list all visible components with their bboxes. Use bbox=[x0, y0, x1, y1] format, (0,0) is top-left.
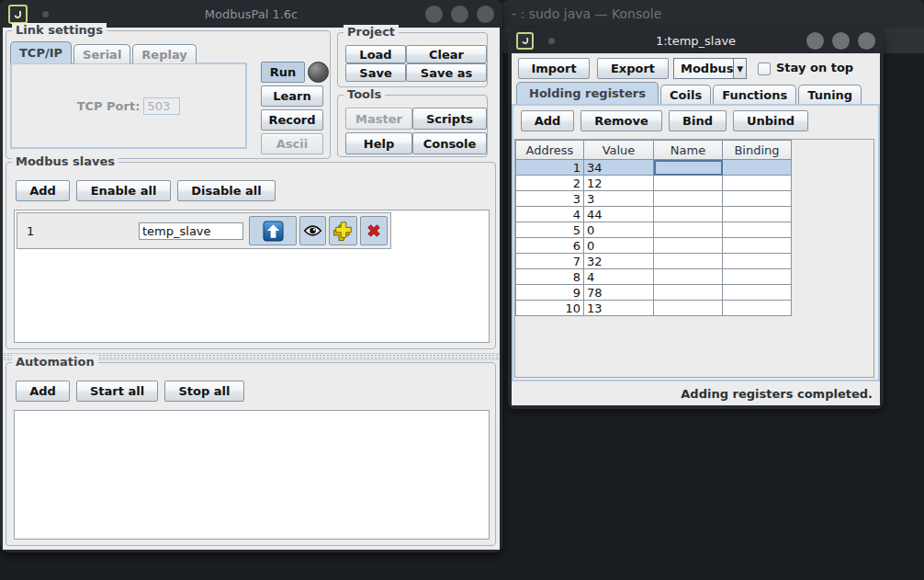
tab-holding-registers[interactable]: Holding registers bbox=[516, 82, 659, 104]
register-cell-binding[interactable] bbox=[723, 285, 792, 301]
register-cell-address[interactable]: 9 bbox=[516, 285, 584, 301]
register-cell-value[interactable]: 13 bbox=[584, 301, 654, 316]
maximize-button[interactable] bbox=[451, 6, 468, 23]
register-cell-address[interactable]: 6 bbox=[516, 238, 584, 254]
register-cell-address[interactable]: 2 bbox=[516, 176, 584, 191]
register-cell-address[interactable]: 8 bbox=[516, 269, 584, 285]
register-cell-value[interactable]: 3 bbox=[584, 191, 654, 207]
register-cell-name[interactable] bbox=[654, 285, 723, 301]
stop-all-button[interactable]: Stop all bbox=[164, 381, 244, 402]
registers-scroll-area[interactable]: Address Value Name Binding 1342123344450… bbox=[514, 139, 874, 378]
konsole-titlebar[interactable]: - : sudo java — Konsole bbox=[502, 0, 924, 28]
register-cell-binding[interactable] bbox=[723, 160, 792, 176]
column-header-value[interactable]: Value bbox=[584, 141, 654, 160]
tab-functions[interactable]: Functions bbox=[713, 85, 796, 104]
minimize-button[interactable] bbox=[425, 6, 443, 23]
register-cell-address[interactable]: 1 bbox=[516, 160, 584, 176]
help-button[interactable]: Help bbox=[345, 132, 412, 154]
register-cell-address[interactable]: 4 bbox=[516, 207, 584, 222]
register-cell-name[interactable] bbox=[654, 160, 723, 176]
register-cell-value[interactable]: 12 bbox=[584, 176, 654, 191]
register-row[interactable]: 1013 bbox=[516, 301, 792, 316]
maximize-button[interactable] bbox=[832, 32, 850, 50]
register-cell-value[interactable]: 4 bbox=[584, 269, 654, 285]
tab-replay[interactable]: Replay bbox=[132, 44, 196, 63]
import-button[interactable]: Import bbox=[518, 58, 590, 79]
record-button[interactable]: Record bbox=[261, 109, 323, 131]
register-cell-address[interactable]: 10 bbox=[516, 301, 584, 316]
start-all-button[interactable]: Start all bbox=[76, 381, 158, 402]
column-header-address[interactable]: Address bbox=[516, 141, 584, 160]
register-cell-name[interactable] bbox=[654, 222, 723, 238]
register-cell-name[interactable] bbox=[654, 254, 723, 269]
slave-add-automation-button[interactable] bbox=[329, 216, 357, 245]
save-button[interactable]: Save bbox=[345, 63, 406, 82]
register-row[interactable]: 212 bbox=[516, 176, 792, 191]
register-cell-binding[interactable] bbox=[723, 222, 792, 238]
register-row[interactable]: 50 bbox=[516, 222, 792, 238]
register-cell-value[interactable]: 78 bbox=[584, 285, 654, 301]
register-cell-value[interactable]: 34 bbox=[584, 160, 654, 176]
enable-all-button[interactable]: Enable all bbox=[76, 180, 171, 201]
register-cell-binding[interactable] bbox=[723, 238, 792, 254]
disable-all-button[interactable]: Disable all bbox=[177, 180, 276, 201]
register-cell-value[interactable]: 0 bbox=[584, 238, 654, 254]
register-cell-address[interactable]: 3 bbox=[516, 191, 584, 207]
column-header-binding[interactable]: Binding bbox=[723, 141, 792, 160]
load-button[interactable]: Load bbox=[345, 45, 406, 63]
protocol-select[interactable]: Modbus ▼ bbox=[673, 58, 747, 79]
register-cell-name[interactable] bbox=[654, 301, 723, 316]
close-button[interactable] bbox=[477, 6, 494, 23]
slave-delete-button[interactable] bbox=[360, 216, 388, 245]
slave-row[interactable]: 1 bbox=[17, 212, 391, 249]
slave-name-input[interactable] bbox=[139, 222, 243, 240]
register-cell-name[interactable] bbox=[654, 176, 723, 191]
slave-view-button[interactable] bbox=[299, 216, 326, 245]
register-cell-address[interactable]: 5 bbox=[516, 222, 584, 238]
register-remove-button[interactable]: Remove bbox=[580, 110, 662, 131]
register-row[interactable]: 732 bbox=[516, 254, 792, 269]
tab-tcpip[interactable]: TCP/IP bbox=[10, 41, 72, 63]
scripts-button[interactable]: Scripts bbox=[412, 108, 487, 130]
minimize-button[interactable] bbox=[806, 32, 824, 50]
register-cell-address[interactable]: 7 bbox=[516, 254, 584, 269]
register-cell-binding[interactable] bbox=[723, 301, 792, 316]
slave-enabled-toggle-button[interactable] bbox=[249, 216, 297, 245]
save-as-button[interactable]: Save as bbox=[406, 63, 487, 82]
register-cell-name[interactable] bbox=[654, 191, 723, 207]
register-cell-binding[interactable] bbox=[723, 191, 792, 207]
register-cell-binding[interactable] bbox=[723, 176, 792, 191]
register-add-button[interactable]: Add bbox=[521, 110, 574, 131]
register-cell-value[interactable]: 44 bbox=[584, 207, 654, 222]
run-button[interactable]: Run bbox=[261, 62, 305, 83]
register-cell-value[interactable]: 32 bbox=[584, 254, 654, 269]
register-bind-button[interactable]: Bind bbox=[669, 110, 727, 131]
console-button[interactable]: Console bbox=[412, 132, 487, 154]
close-button[interactable] bbox=[858, 32, 875, 50]
register-row[interactable]: 33 bbox=[516, 191, 792, 207]
export-button[interactable]: Export bbox=[597, 58, 669, 79]
tab-serial[interactable]: Serial bbox=[73, 44, 130, 63]
automation-add-button[interactable]: Add bbox=[16, 381, 70, 402]
register-cell-name[interactable] bbox=[654, 238, 723, 254]
tab-coils[interactable]: Coils bbox=[660, 85, 711, 104]
register-row[interactable]: 84 bbox=[516, 269, 792, 285]
register-row[interactable]: 444 bbox=[516, 207, 792, 222]
column-header-name[interactable]: Name bbox=[654, 141, 723, 160]
register-cell-binding[interactable] bbox=[723, 254, 792, 269]
learn-button[interactable]: Learn bbox=[261, 85, 323, 107]
register-cell-name[interactable] bbox=[654, 269, 723, 285]
tab-tuning[interactable]: Tuning bbox=[798, 85, 862, 104]
register-cell-name[interactable] bbox=[654, 207, 723, 222]
register-row[interactable]: 60 bbox=[516, 238, 792, 254]
register-row[interactable]: 134 bbox=[516, 160, 792, 176]
stay-on-top-checkbox[interactable] bbox=[758, 63, 771, 75]
register-cell-binding[interactable] bbox=[723, 269, 792, 285]
register-cell-binding[interactable] bbox=[723, 207, 792, 222]
register-row[interactable]: 978 bbox=[516, 285, 792, 301]
register-cell-value[interactable]: 0 bbox=[584, 222, 654, 238]
slave-window-titlebar[interactable]: 1:temp_slave bbox=[508, 28, 884, 53]
register-unbind-button[interactable]: Unbind bbox=[733, 110, 808, 131]
slaves-add-button[interactable]: Add bbox=[16, 180, 70, 201]
clear-button[interactable]: Clear bbox=[406, 45, 487, 63]
